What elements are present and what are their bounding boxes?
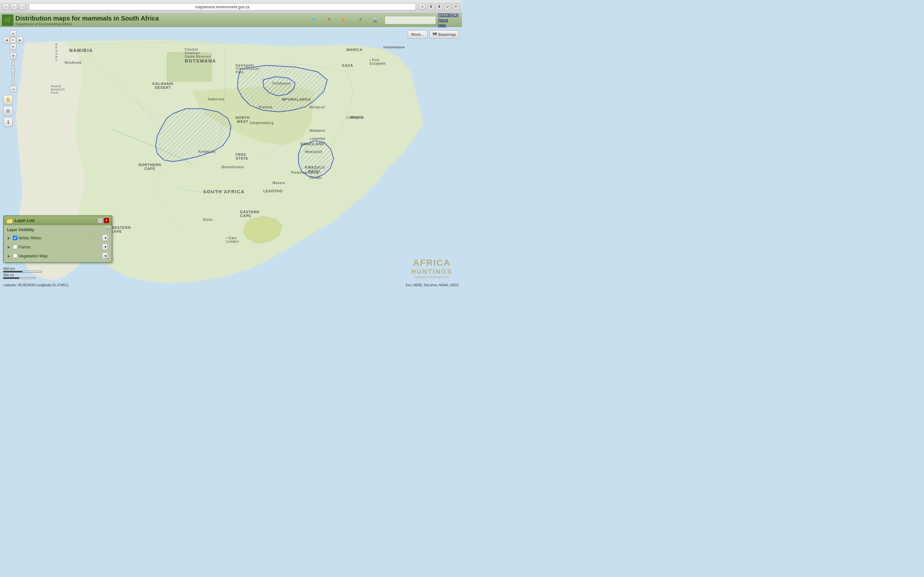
browser-icons: ⬇ ⬆ ⤢ + (427, 3, 459, 10)
basemap-button[interactable]: 🗺 Basemap (430, 30, 459, 39)
zoom-in-button[interactable]: + (10, 53, 16, 59)
app-header: 🌿 Distribution maps for mammals in South… (0, 13, 462, 27)
pan-left-button[interactable]: ◀ (3, 37, 10, 43)
back-button[interactable]: ◀ (3, 3, 9, 10)
tool-map-icon[interactable]: 🗺️ (307, 15, 320, 26)
share-icon[interactable]: ⬆ (436, 3, 443, 10)
coordinates-display: Latitude:-35.853439 Longitude:41.374511 (3, 283, 69, 287)
layer-item-vegetation: ▶ Vegetation Map ▼ (4, 251, 111, 260)
more-button[interactable]: More... (408, 30, 428, 39)
layer-scroll-down[interactable]: ▼ (105, 256, 110, 261)
map-top-right-controls: More... 🗺 Basemap (408, 30, 459, 39)
about-link[interactable]: About (438, 18, 459, 23)
layer-name-vegetation: Vegetation Map (19, 253, 101, 258)
tool-print-icon[interactable]: 🖨️ (368, 15, 381, 26)
scale-bar-mi (3, 277, 35, 279)
zoom-out-button[interactable]: − (10, 86, 16, 92)
layer-expand-farms[interactable]: ▶ (6, 244, 11, 250)
app-subtitle: Department of Environmental Affairs (15, 22, 304, 26)
layers-icon: 🗂️ (6, 218, 13, 223)
address-bar[interactable]: mapservice.environment.gov.za (29, 3, 416, 10)
zoom-track[interactable] (12, 60, 15, 85)
watermark-domain: www.africahuntings.com (411, 276, 452, 279)
layer-list-header: 🗂️ Layer List − × (4, 216, 111, 225)
app-title-area: Distribution maps for mammals in South A… (15, 15, 304, 26)
forward-button[interactable]: ▶ (11, 3, 17, 10)
layer-list-window-controls: − × (97, 218, 109, 223)
info-tool-button[interactable]: ℹ (3, 117, 13, 127)
layer-expand-white-rhino[interactable]: ▶ (6, 235, 11, 240)
zoom-slider[interactable]: + − (3, 53, 23, 92)
layer-name-white-rhino: White Rhino (19, 235, 101, 240)
layer-checkbox-farms[interactable] (13, 245, 17, 249)
watermark-africa: AFRICA (411, 258, 452, 268)
basemap-label: Basemap (438, 32, 456, 37)
layer-expand-vegetation[interactable]: ▶ (6, 253, 11, 258)
fullscreen-icon[interactable]: ⤢ (444, 3, 451, 10)
layer-scroll-up[interactable]: ▲ (105, 226, 110, 230)
scale-bar: 500 km 300 mi (3, 267, 42, 279)
map-container[interactable]: NAMIBIA BOTSWANA CentralKalahariGame Res… (0, 27, 462, 288)
watermark: AFRICA HUNTINGS www.africahuntings.com (411, 258, 452, 279)
attribution-text: Esri, HERE, DeLorme, NOAA, USGS (406, 284, 459, 287)
layer-scroll-track (107, 231, 108, 256)
layer-item-white-rhino: ▶ White Rhino ▼ (4, 234, 111, 242)
pan-up-button[interactable]: ▲ (10, 30, 16, 37)
app-logo: 🌿 (2, 15, 13, 26)
reload-button[interactable]: ↺ (419, 3, 425, 10)
layer-close-button[interactable]: × (104, 218, 109, 223)
browser-chrome: ◀ ▶ □ mapservice.environment.gov.za ↺ ⬇ … (0, 0, 462, 13)
scale-km-label: 500 km (3, 267, 42, 271)
plus-icon[interactable]: + (452, 3, 459, 10)
minimize-button[interactable]: □ (19, 3, 26, 10)
layer-list-title: 🗂️ Layer List (6, 218, 34, 223)
layer-visibility-label: Layer Visibility (4, 227, 111, 234)
pan-arrows: ▲ ◀ ⊕ ▶ ▼ (3, 30, 23, 50)
basemap-icon: 🗺 (433, 32, 437, 37)
tool-paint-icon[interactable]: 🎨 (338, 15, 351, 26)
layer-list-body: Layer Visibility ▶ White Rhino ▼ ▶ Farms… (4, 225, 111, 262)
svg-rect-1 (167, 53, 212, 81)
compass-center[interactable]: ⊕ (10, 37, 16, 43)
layer-checkbox-vegetation[interactable] (13, 253, 17, 258)
pan-right-button[interactable]: ▶ (17, 37, 23, 43)
scale-mi-label: 300 mi (3, 273, 42, 277)
layer-list-panel: 🗂️ Layer List − × Layer Visibility ▶ Whi… (3, 215, 112, 263)
layer-item-farms: ▶ Farms ▼ (4, 242, 111, 251)
app-title: Distribution maps for mammals in South A… (15, 15, 304, 22)
hand-tool-button[interactable]: ✋ (3, 95, 13, 105)
zoom-thumb[interactable] (11, 69, 16, 72)
layer-checkbox-white-rhino[interactable] (13, 235, 17, 240)
layer-name-farms: Farms (19, 245, 101, 250)
header-links: FEEDBACK About Help (438, 13, 462, 27)
header-tools: 🗺️ 📍 🎨 🖌️ 🖨️ (304, 15, 384, 26)
pan-down-button[interactable]: ▼ (10, 44, 16, 50)
layer-minimize-button[interactable]: − (97, 218, 103, 223)
select-tool-button[interactable]: ⊞ (3, 106, 13, 116)
header-search-input[interactable] (384, 16, 436, 24)
map-controls: ▲ ◀ ⊕ ▶ ▼ + − ✋ ⊞ ℹ (3, 30, 23, 127)
download-icon[interactable]: ⬇ (427, 3, 435, 10)
tool-pin-icon[interactable]: 📍 (322, 15, 335, 26)
layer-scroll-bar: ▲ ▼ (105, 226, 110, 261)
tool-palette-icon[interactable]: 🖌️ (353, 15, 366, 26)
help-link[interactable]: Help (438, 23, 459, 27)
scale-bar-km (3, 271, 42, 272)
watermark-huntings: HUNTINGS (411, 268, 452, 276)
